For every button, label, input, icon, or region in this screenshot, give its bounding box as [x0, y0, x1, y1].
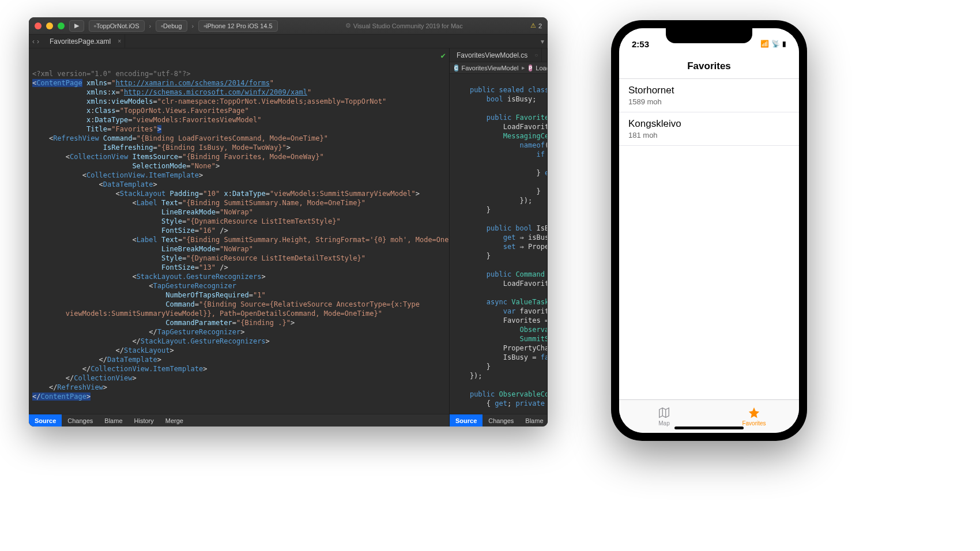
csharp-editor[interactable]: public sealed class FavoritesViewM bool …: [450, 74, 547, 414]
code-text: var: [503, 307, 516, 315]
list-item[interactable]: Kongskleivo 181 moh: [619, 112, 799, 146]
breadcrumb-separator: ›: [149, 22, 152, 29]
code-text: set: [545, 399, 547, 407]
bottom-tab-changes[interactable]: Changes: [62, 414, 99, 427]
tab-viewmodel-cs[interactable]: FavoritesViewModel.cs ○: [450, 48, 542, 62]
code-text: SummitSummaryViewMod: [520, 335, 547, 343]
status-time: 2:53: [632, 39, 649, 49]
code-text: private: [515, 399, 545, 407]
iphone-simulator: 2:53 📶 📡 ▮ Favorites Storhornet 1589 moh…: [611, 20, 807, 441]
code-text: PropertyChanged?.Ra: [524, 243, 547, 251]
bottom-tab-blame[interactable]: Blame: [519, 414, 548, 427]
code-text: {Binding SummitSummary.Name, Mode=OneTim…: [186, 199, 361, 207]
traffic-lights: [35, 22, 65, 29]
star-icon: [747, 406, 762, 419]
project-selector[interactable]: ▫ ToppOrNot.iOS: [89, 20, 145, 32]
code-text: IsBusy =: [503, 353, 541, 361]
warning-count: 2: [538, 22, 542, 29]
code-text: false: [541, 353, 547, 361]
bottom-tab-changes[interactable]: Changes: [483, 414, 519, 427]
code-text: 1: [257, 291, 261, 299]
config-selector[interactable]: ▫ Debug: [156, 20, 187, 32]
code-text: {DynamicResource ListItemDetailTextStyle…: [191, 254, 361, 262]
bottom-tab-source[interactable]: Source: [450, 414, 483, 427]
run-button[interactable]: ▶: [69, 20, 84, 32]
ok-checkmark-icon: ✔: [441, 51, 446, 60]
ide-window: ▶ ▫ ToppOrNot.iOS › ▫ Debug › ▫ iPhone 1…: [29, 17, 548, 427]
ide-titlebar: ▶ ▫ ToppOrNot.iOS › ▫ Debug › ▫ iPhone 1…: [29, 17, 548, 35]
code-text: LoadFavoritesCommand.Execu: [503, 123, 547, 131]
bottom-tab-history[interactable]: History: [129, 414, 160, 427]
bottom-tab-source[interactable]: Source: [29, 414, 62, 427]
bottom-tab-blame[interactable]: Blame: [99, 414, 128, 427]
item-name: Kongskleivo: [628, 118, 790, 130]
item-detail: 181 moh: [628, 131, 790, 139]
dropdown-icon[interactable]: ▾: [537, 37, 548, 46]
code-text: Command: [515, 270, 545, 278]
page-title: Favorites: [687, 61, 731, 72]
code-text: 16: [203, 227, 211, 235]
code-text: NoWrap: [224, 208, 248, 216]
device-selector[interactable]: ▫ iPhone 12 Pro iOS 14.5: [198, 20, 277, 32]
close-icon[interactable]: ×: [118, 38, 121, 44]
tab-label: FavoritesPage.xaml: [50, 37, 111, 46]
nav-back-icon[interactable]: ‹: [32, 37, 35, 46]
code-text: get: [495, 399, 507, 407]
code-text: Favorites =: [503, 316, 547, 324]
code-text: favorites =: [515, 307, 547, 315]
code-text: 13: [203, 263, 211, 271]
class-icon: C: [454, 65, 458, 71]
signal-icon: 📶: [760, 40, 769, 48]
code-text: FavoritesViewModel: [515, 114, 547, 122]
close-icon[interactable]: ○: [534, 52, 538, 58]
tab-label: FavoritesViewModel.cs: [457, 51, 527, 59]
close-icon[interactable]: [35, 22, 42, 29]
code-text: {Binding .}: [240, 319, 286, 327]
code-text: viewModels:SummitSummaryViewModel: [274, 190, 411, 198]
project-name: ToppOrNot.iOS: [96, 22, 140, 29]
wifi-icon: 📡: [771, 40, 780, 48]
warning-icon: [530, 22, 536, 29]
bottom-tab-merge[interactable]: Merge: [160, 414, 189, 427]
device-name: iPhone 12 Pro iOS 14.5: [206, 22, 273, 29]
editor-bottom-tabs-right: Source Changes Blame History Merge: [450, 414, 547, 427]
nav-title: Favorites: [619, 54, 799, 79]
editor-tabs: ‹ › FavoritesPage.xaml × ▾: [29, 35, 548, 48]
code-text: PropertyChanged?.Raise: [503, 344, 547, 352]
minimize-icon[interactable]: [46, 22, 53, 29]
code-text: ToppOrNot.Views.FavoritesPage: [124, 107, 245, 115]
code-text: (vm.IsFavorite) {: [545, 150, 547, 158]
config-name: Debug: [163, 22, 182, 29]
editor-bottom-tabs-left: Source Changes Blame History Merge: [29, 414, 449, 427]
code-text: get: [503, 233, 516, 241]
editor-left-pane: ✔ <?xml version="1.0" encoding="utf-8"?>…: [29, 48, 450, 427]
code-text: <?xml version="1.0" encoding="utf-8"?>: [32, 70, 191, 78]
breadcrumb-class: FavoritesViewModel: [462, 65, 519, 71]
product-name: Visual Studio Community 2019 for Mac: [353, 22, 463, 29]
title-center: ⚙ Visual Studio Community 2019 for Mac: [282, 22, 526, 29]
tab-favorites-xaml[interactable]: FavoritesPage.xaml ×: [43, 35, 125, 48]
code-text: viewModels:SummitSummaryViewModel}}, Pat…: [66, 310, 378, 318]
favorites-list[interactable]: Storhornet 1589 moh Kongskleivo 181 moh: [619, 79, 799, 399]
code-text: {Binding IsBusy, Mode=TwoWay}: [161, 144, 282, 152]
list-item[interactable]: Storhornet 1589 moh: [619, 79, 799, 112]
code-text: isBusy;: [524, 233, 547, 241]
code-text: NoWrap: [224, 245, 248, 253]
property-icon: P: [529, 65, 532, 71]
nav-forward-icon[interactable]: ›: [37, 37, 39, 46]
breadcrumb-bar[interactable]: C FavoritesViewModel ▸ P LoadFavoritesCo…: [450, 62, 547, 74]
code-text: None: [195, 162, 212, 170]
zoom-icon[interactable]: [58, 22, 65, 29]
xaml-editor[interactable]: ✔ <?xml version="1.0" encoding="utf-8"?>…: [29, 48, 449, 414]
map-icon: [657, 406, 672, 419]
warnings-indicator[interactable]: 2: [530, 22, 542, 29]
home-indicator[interactable]: [674, 427, 744, 429]
code-text: http://schemas.microsoft.com/winfx/2009/…: [124, 88, 307, 96]
tab-label: Map: [658, 420, 669, 427]
code-text: LoadFavorites().FireAndFor: [503, 280, 547, 288]
code-text: viewModels:FavoritesViewModel: [137, 116, 258, 124]
code-text: IsBusy: [537, 224, 547, 232]
code-text: async: [487, 298, 507, 306]
code-text: http://xamarin.com/schemas/2014/forms: [116, 79, 270, 87]
code-text: ObservableCollection: [520, 326, 547, 334]
